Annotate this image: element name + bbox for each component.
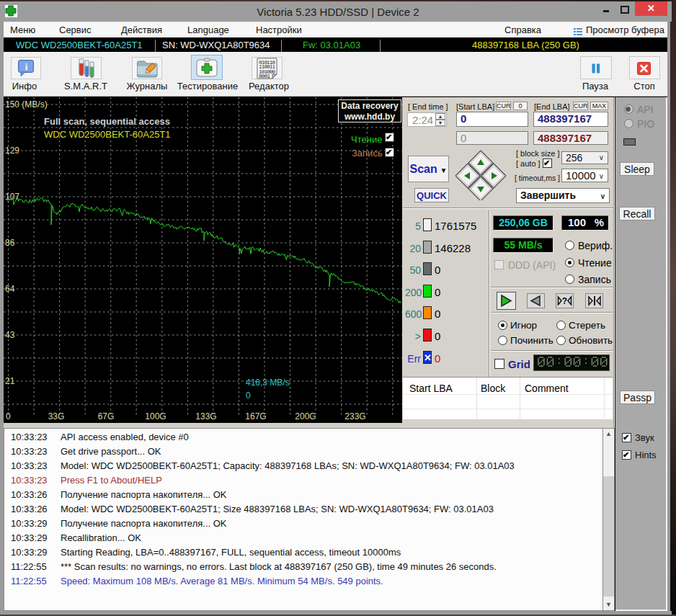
svg-text:0: 0 [6, 411, 11, 421]
svg-text:33G: 33G [48, 411, 65, 421]
svg-text:200G: 200G [295, 411, 316, 421]
svg-text:100G: 100G [145, 411, 166, 421]
svg-text:167G: 167G [245, 411, 266, 421]
svg-text:43: 43 [5, 330, 15, 340]
svg-text:129: 129 [5, 146, 19, 156]
svg-text:?: ? [562, 296, 567, 306]
svg-text:64: 64 [5, 284, 15, 294]
svg-text:i: i [25, 61, 28, 72]
svg-text:150 (MB/s): 150 (MB/s) [5, 99, 48, 110]
svg-text:21: 21 [5, 376, 15, 386]
svg-text:233G: 233G [344, 411, 365, 421]
svg-text:67G: 67G [98, 411, 115, 421]
svg-text:86: 86 [5, 238, 15, 248]
svg-text:133G: 133G [195, 411, 216, 421]
svg-text:0001: 0001 [259, 73, 270, 79]
